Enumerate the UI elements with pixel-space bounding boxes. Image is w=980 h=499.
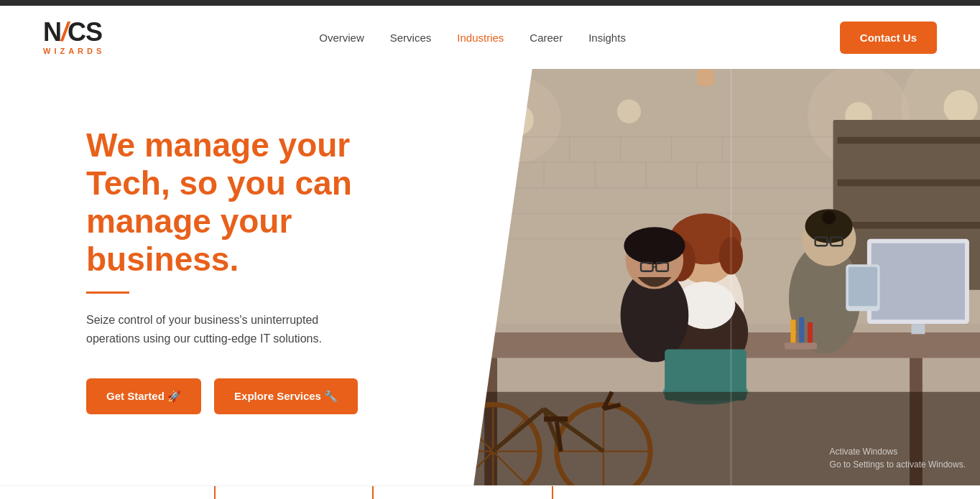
logo-sub: WIZARDS: [43, 47, 105, 55]
svg-rect-28: [837, 179, 980, 186]
main-nav: Overview Services Industries Career Insi…: [319, 32, 626, 44]
nav-career[interactable]: Career: [530, 32, 563, 44]
stats-bar: 10+ Years Proven Track Record 86% Custom…: [0, 485, 980, 499]
logo-brand: N/CS: [43, 19, 102, 45]
explore-services-button[interactable]: Explore Services 🔧: [214, 378, 358, 414]
hero-content: We manage your Tech, so you can manage y…: [0, 69, 431, 485]
logo-slash: /: [61, 17, 68, 47]
nav-insights[interactable]: Insights: [588, 32, 626, 44]
activate-line1: Activate Windows: [830, 445, 966, 458]
top-bar: [0, 0, 980, 6]
get-started-button[interactable]: Get Started 🚀: [86, 378, 201, 414]
svg-point-53: [822, 211, 836, 225]
activate-line2: Go to Settings to activate Windows.: [830, 458, 966, 471]
header: N/CS WIZARDS Overview Services Industrie…: [0, 6, 980, 69]
svg-rect-35: [911, 324, 925, 334]
svg-rect-62: [799, 317, 804, 345]
logo[interactable]: N/CS WIZARDS: [43, 19, 105, 55]
svg-rect-34: [872, 243, 965, 320]
stat-satisfaction: 86% Customer Satisfaction: [244, 486, 374, 499]
svg-rect-63: [808, 322, 813, 346]
svg-rect-80: [431, 392, 980, 485]
hero-image: Activate Windows Go to Settings to activ…: [431, 69, 980, 485]
hero-buttons: Get Started 🚀 Explore Services 🔧: [86, 378, 388, 414]
activate-windows-watermark: Activate Windows Go to Settings to activ…: [830, 445, 966, 471]
nav-services[interactable]: Services: [390, 32, 432, 44]
svg-rect-64: [785, 342, 817, 349]
nav-overview[interactable]: Overview: [319, 32, 364, 44]
contact-button[interactable]: Contact Us: [840, 22, 937, 54]
hero-subtitle: Seize control of your business's uninter…: [86, 311, 330, 349]
svg-rect-61: [790, 320, 795, 345]
svg-rect-43: [697, 69, 714, 86]
stat-years: 10+ Years Proven Track Record: [86, 486, 216, 499]
nav-industries[interactable]: Industries: [457, 32, 504, 44]
svg-rect-58: [849, 267, 877, 306]
stat-projects: 136+ Projects We Have Completed: [402, 486, 553, 499]
svg-point-46: [624, 227, 685, 264]
svg-rect-29: [837, 222, 980, 228]
svg-rect-27: [837, 137, 980, 144]
hero-title: We manage your Tech, so you can manage y…: [86, 126, 388, 279]
stat-staff: 150+ Staff: [582, 486, 711, 499]
hero-divider: [86, 292, 129, 294]
hero-section: We manage your Tech, so you can manage y…: [0, 69, 980, 485]
